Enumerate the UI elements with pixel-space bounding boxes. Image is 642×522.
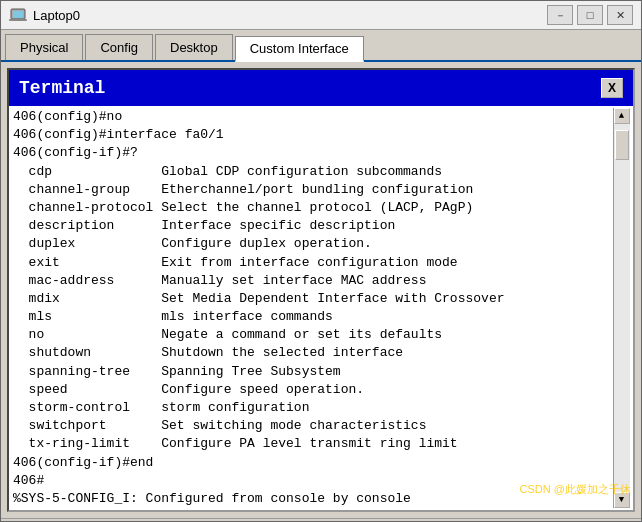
window-title: Laptop0 (33, 8, 80, 23)
svg-rect-1 (13, 11, 23, 18)
terminal-container: Terminal X 406(config)#no 406(config)#in… (1, 62, 641, 518)
scroll-thumb[interactable] (615, 130, 629, 160)
close-button[interactable]: ✕ (607, 5, 633, 25)
terminal-body[interactable]: 406(config)#no 406(config)#interface fa0… (9, 106, 633, 510)
title-bar: Laptop0 － □ ✕ (1, 1, 641, 30)
maximize-button[interactable]: □ (577, 5, 603, 25)
minimize-button[interactable]: － (547, 5, 573, 25)
tab-custom-interface[interactable]: Custom Interface (235, 36, 364, 62)
scroll-up-button[interactable]: ▲ (614, 108, 630, 124)
scroll-down-button[interactable]: ▼ (614, 492, 630, 508)
terminal-window: Terminal X 406(config)#no 406(config)#in… (7, 68, 635, 512)
window-controls: － □ ✕ (547, 5, 633, 25)
laptop-icon (9, 6, 27, 24)
bottom-bar (1, 518, 641, 521)
tab-desktop[interactable]: Desktop (155, 34, 233, 60)
scrollbar[interactable]: ▲ ▼ (613, 108, 629, 508)
scroll-track[interactable] (614, 124, 630, 492)
svg-rect-2 (9, 19, 27, 21)
terminal-content: 406(config)#no 406(config)#interface fa0… (13, 108, 613, 508)
tab-config[interactable]: Config (85, 34, 153, 60)
terminal-title: Terminal (19, 78, 105, 98)
tab-physical[interactable]: Physical (5, 34, 83, 60)
terminal-header: Terminal X (9, 70, 633, 106)
tabs-bar: Physical Config Desktop Custom Interface (1, 30, 641, 62)
terminal-close-button[interactable]: X (601, 78, 623, 98)
